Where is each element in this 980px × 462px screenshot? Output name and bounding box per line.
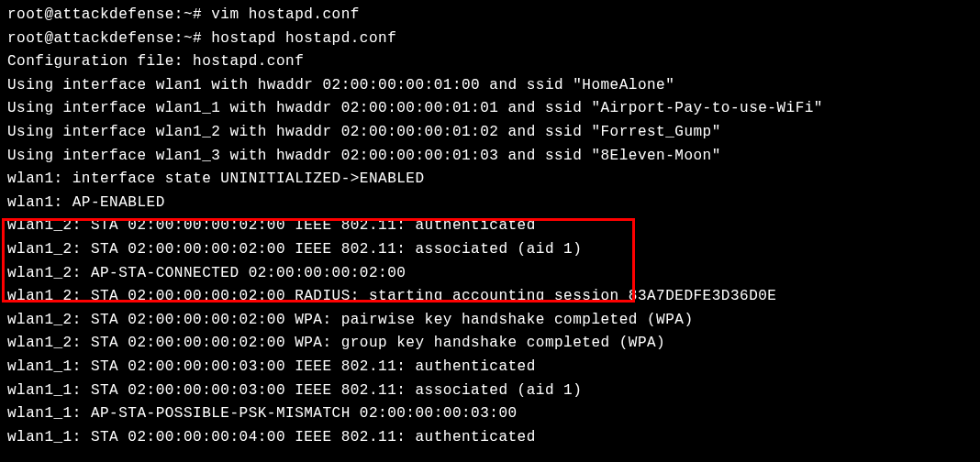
terminal-line: wlan1_1: AP-STA-POSSIBLE-PSK-MISMATCH 02… xyxy=(7,402,973,426)
terminal-output: root@attackdefense:~# vim hostapd.confro… xyxy=(7,4,973,449)
terminal-line: Configuration file: hostapd.conf xyxy=(7,50,973,74)
terminal-line: wlan1: AP-ENABLED xyxy=(7,192,973,215)
terminal-line: wlan1_2: STA 02:00:00:00:02:00 IEEE 802.… xyxy=(7,214,973,238)
terminal-line: wlan1_1: STA 02:00:00:00:03:00 IEEE 802.… xyxy=(7,356,973,380)
terminal-line: wlan1_2: STA 02:00:00:00:02:00 WPA: pair… xyxy=(7,309,973,333)
terminal-line: wlan1_1: STA 02:00:00:00:03:00 IEEE 802.… xyxy=(7,380,973,403)
terminal-line: root@attackdefense:~# vim hostapd.conf xyxy=(7,4,973,28)
annotation-arrow xyxy=(7,449,980,462)
terminal-line: wlan1_2: AP-STA-CONNECTED 02:00:00:00:02… xyxy=(7,262,973,286)
terminal-line: Using interface wlan1 with hwaddr 02:00:… xyxy=(7,74,973,98)
terminal-line: wlan1_2: STA 02:00:00:00:02:00 WPA: grou… xyxy=(7,332,973,356)
terminal-line: wlan1: interface state UNINITIALIZED->EN… xyxy=(7,168,973,192)
terminal-line: Using interface wlan1_2 with hwaddr 02:0… xyxy=(7,121,973,145)
terminal-line: root@attackdefense:~# hostapd hostapd.co… xyxy=(7,28,973,51)
terminal-line: wlan1_2: STA 02:00:00:00:02:00 IEEE 802.… xyxy=(7,238,973,262)
terminal-line: wlan1_2: STA 02:00:00:00:02:00 RADIUS: s… xyxy=(7,285,973,309)
terminal-line: wlan1_1: STA 02:00:00:00:04:00 IEEE 802.… xyxy=(7,426,973,450)
terminal-line: Using interface wlan1_3 with hwaddr 02:0… xyxy=(7,145,973,169)
terminal-line: Using interface wlan1_1 with hwaddr 02:0… xyxy=(7,97,973,121)
